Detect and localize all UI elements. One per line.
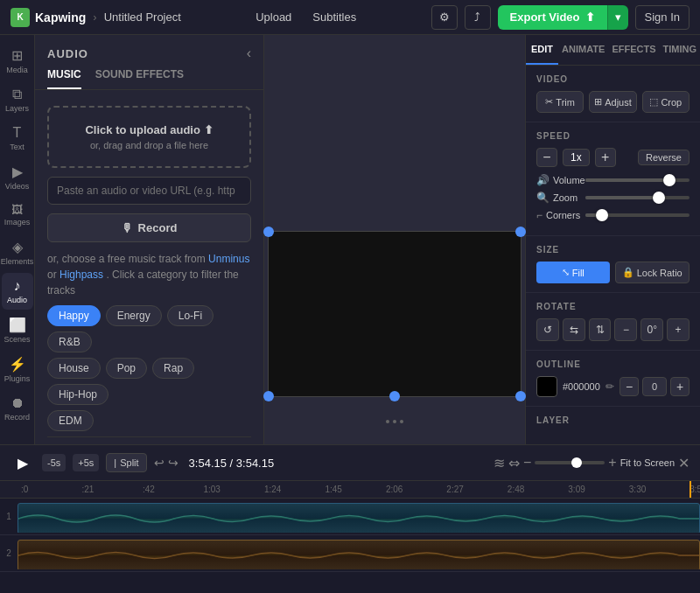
ruler-mark-5: 1:45	[325, 485, 341, 494]
sidebar-item-images[interactable]: 🖼 Images	[2, 198, 33, 232]
top-bar-left: K Kapwing › Untitled Project	[10, 8, 181, 27]
sidebar-item-record[interactable]: ⏺ Record	[2, 390, 33, 427]
tag-energy[interactable]: Energy	[106, 305, 162, 326]
handle-bottom-right[interactable]	[515, 391, 526, 401]
share-button[interactable]: ⤴	[465, 5, 491, 30]
volume-thumb[interactable]	[663, 174, 676, 186]
zoom-out-button[interactable]: −	[523, 455, 531, 471]
tag-happy[interactable]: Happy	[47, 305, 101, 326]
handle-top-left[interactable]	[263, 227, 274, 237]
export-dropdown-button[interactable]: ▾	[607, 5, 628, 30]
timeline-ruler: :0 :21 :42 1:03 1:24 1:45 2:06 2:27 2:48…	[0, 481, 700, 499]
upload-link[interactable]: Upload	[256, 10, 291, 24]
outline-color-swatch[interactable]	[536, 376, 557, 397]
skip-back-button[interactable]: -5s	[42, 454, 66, 471]
tags-group: Happy Energy Lo-Fi R&B	[47, 305, 251, 352]
subtitles-link[interactable]: Subtitles	[312, 10, 356, 24]
outline-increase-button[interactable]: +	[670, 377, 690, 396]
timeline-zoom-thumb[interactable]	[571, 457, 582, 468]
sidebar-item-elements[interactable]: ◈ Elements	[2, 234, 33, 271]
tab-sound-effects[interactable]: SOUND EFFECTS	[95, 68, 184, 89]
tag-pop[interactable]: Pop	[106, 358, 147, 379]
export-button[interactable]: Export Video ⬆	[498, 5, 607, 30]
adjust-button[interactable]: ⊞ Adjust	[589, 91, 636, 113]
volume-label: Volume	[553, 175, 585, 185]
sidebar-item-plugins[interactable]: ⚡ Plugins	[2, 351, 33, 388]
project-title[interactable]: Untitled Project	[104, 10, 181, 24]
zoom-slider[interactable]	[585, 196, 690, 199]
url-input[interactable]	[47, 177, 251, 205]
record-button[interactable]: 🎙 Record	[47, 213, 251, 242]
tab-timing[interactable]: TIMING	[660, 35, 701, 65]
corners-slider[interactable]	[585, 213, 690, 217]
track-1-content[interactable]	[18, 501, 700, 533]
unminus-link[interactable]: Unminus	[208, 253, 249, 265]
redo-button[interactable]: ↪	[168, 456, 178, 470]
ruler-mark-1: :21	[81, 485, 94, 494]
corners-thumb[interactable]	[596, 209, 608, 221]
fill-button[interactable]: ⤡ Fill	[536, 262, 610, 283]
handle-top-right[interactable]	[515, 227, 526, 237]
zoom-in-button[interactable]: +	[608, 455, 616, 471]
tag-lofi[interactable]: Lo-Fi	[167, 305, 214, 326]
settings-button[interactable]: ⚙	[431, 5, 458, 30]
sidebar-item-videos[interactable]: ▶ Videos	[2, 158, 33, 196]
zoom-thumb[interactable]	[653, 192, 665, 204]
tag-edm[interactable]: EDM	[47, 410, 94, 431]
audio-levels-button[interactable]: ≋	[494, 455, 505, 471]
tag-hiphop[interactable]: Hip-Hop	[47, 384, 108, 405]
highpass-link[interactable]: Highpass	[60, 269, 103, 281]
tag-house[interactable]: House	[47, 358, 101, 379]
sidebar-item-scenes[interactable]: ⬜ Scenes	[2, 311, 33, 349]
flip-h-button[interactable]: ⇆	[563, 318, 585, 341]
tab-animate[interactable]: ANIMATE	[558, 35, 608, 65]
timecode: 3:54.15 / 3:54.15	[189, 457, 275, 470]
split-button[interactable]: | Split	[106, 453, 146, 472]
video-actions: ✂ Trim ⊞ Adjust ⬚ Crop	[536, 91, 690, 113]
corners-label: Corners	[546, 210, 580, 220]
rotate-ccw-button[interactable]: ↺	[536, 318, 559, 341]
tab-edit[interactable]: EDIT	[526, 35, 558, 65]
eyedropper-button[interactable]: ✏	[606, 380, 614, 393]
close-timeline-button[interactable]: ✕	[678, 455, 690, 471]
tag-rap[interactable]: Rap	[152, 358, 194, 379]
skip-fwd-button[interactable]: +5s	[73, 454, 99, 471]
handle-bottom-center[interactable]	[389, 391, 400, 401]
upload-zone[interactable]: Click to upload audio ⬆ or, drag and dro…	[47, 106, 251, 168]
sidebar-item-layers[interactable]: ⧉ Layers	[2, 81, 33, 118]
track-2-content[interactable]	[18, 538, 700, 569]
sidebar-item-audio[interactable]: ♪ Audio	[2, 273, 33, 310]
tab-music[interactable]: MUSIC	[47, 68, 81, 89]
handle-bottom-left[interactable]	[263, 391, 274, 401]
audio-panel-title: AUDIO	[47, 47, 88, 60]
speed-increase-button[interactable]: +	[595, 148, 616, 167]
crop-button[interactable]: ⬚ Crop	[642, 91, 690, 113]
playback-bar: ▶ -5s +5s | Split ↩ ↪ 3:54.15 / 3:54.15 …	[0, 445, 700, 481]
sign-in-button[interactable]: Sign In	[635, 5, 690, 30]
tag-rnb[interactable]: R&B	[47, 331, 92, 352]
outline-value-input[interactable]	[642, 377, 667, 396]
collapse-panel-button[interactable]: ‹	[247, 45, 251, 61]
trim-mode-button[interactable]: ⇔	[508, 455, 520, 471]
undo-button[interactable]: ↩	[154, 456, 164, 470]
sidebar-item-media[interactable]: ⊞ Media	[2, 42, 33, 80]
tab-effects[interactable]: EFFECTS	[608, 35, 659, 65]
lock-ratio-button[interactable]: 🔒 Lock Ratio	[615, 262, 690, 283]
flip-v-button[interactable]: ⇅	[589, 318, 612, 341]
sidebar-item-text[interactable]: T Text	[2, 120, 33, 157]
rotate-plus-button[interactable]: +	[667, 318, 690, 341]
rotate-minus-button[interactable]: −	[614, 318, 637, 341]
volume-slider[interactable]	[585, 178, 690, 182]
canvas-viewport[interactable]	[268, 231, 522, 397]
scenes-icon: ⬜	[9, 317, 26, 333]
speed-decrease-button[interactable]: −	[536, 148, 557, 167]
fit-to-screen-button[interactable]: Fit to Screen	[620, 457, 675, 468]
right-panel-tabs: EDIT ANIMATE EFFECTS TIMING	[526, 35, 700, 66]
trim-button[interactable]: ✂ Trim	[536, 91, 584, 113]
rotate-val-button[interactable]: 0°	[640, 318, 663, 341]
app-logo: K Kapwing	[10, 8, 86, 27]
reverse-button[interactable]: Reverse	[638, 150, 690, 165]
timeline-zoom-slider[interactable]	[535, 461, 605, 464]
play-button[interactable]: ▶	[10, 450, 35, 475]
outline-decrease-button[interactable]: −	[620, 377, 639, 396]
